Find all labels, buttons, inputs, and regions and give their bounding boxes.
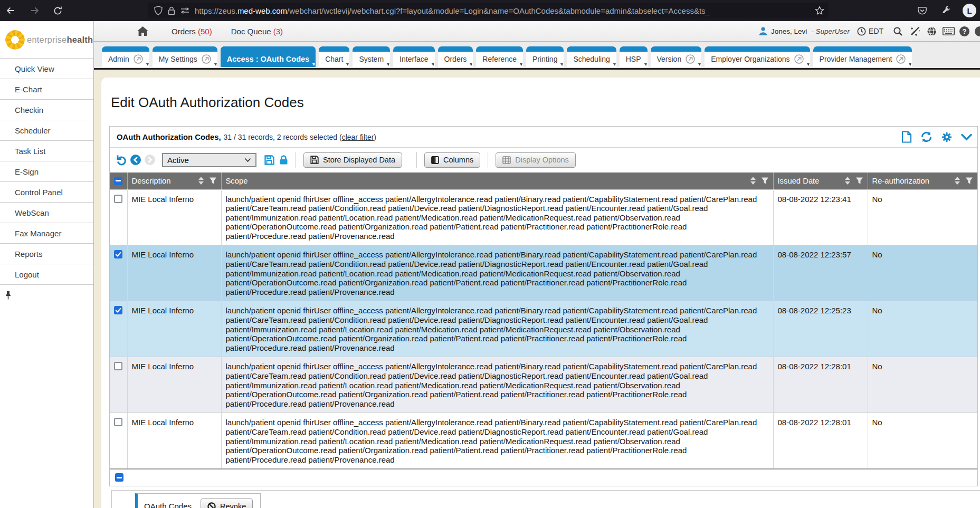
select-all-checkbox-footer[interactable]	[115, 473, 123, 482]
help-icon[interactable]: ?	[959, 26, 969, 36]
sidebar-item-scheduler[interactable]: Scheduler	[0, 120, 93, 140]
select-all-header[interactable]	[110, 172, 127, 189]
filter-icon[interactable]	[209, 177, 217, 185]
sidebar-item-fax-manager[interactable]: Fax Manager	[0, 223, 93, 243]
open-external-icon[interactable]	[686, 54, 695, 64]
sidebar-item-checkin[interactable]: Checkin	[0, 99, 93, 120]
search-icon[interactable]	[893, 26, 903, 36]
browser-forward-icon[interactable]	[28, 4, 41, 17]
row-checkbox[interactable]	[114, 195, 122, 203]
row-checkbox[interactable]	[114, 250, 122, 258]
tab-version[interactable]: Version	[651, 46, 702, 67]
store-displayed-data-button[interactable]: Store Displayed Data	[303, 152, 402, 168]
partial-icon[interactable]	[975, 26, 980, 36]
browser-profile-avatar[interactable]: L	[963, 4, 976, 17]
col-issued-date[interactable]: Issued Date	[773, 172, 868, 189]
home-icon[interactable]	[137, 26, 148, 36]
lock-filter-icon[interactable]	[279, 155, 288, 165]
sidebar-item-quick-view[interactable]: Quick View	[0, 58, 93, 79]
table-row[interactable]: MIE Local Inferno launch/patient openid …	[110, 413, 977, 468]
permissions-icon[interactable]	[180, 7, 189, 14]
sidebar-item-e-sign[interactable]: E-Sign	[0, 161, 93, 181]
row-select-cell[interactable]	[110, 413, 127, 468]
open-external-icon[interactable]	[202, 54, 211, 64]
row-select-cell[interactable]	[110, 189, 127, 245]
keyboard-icon[interactable]	[943, 27, 955, 35]
user-name[interactable]: Jones, Levi	[771, 27, 807, 35]
tab-hsp[interactable]: HSP	[620, 46, 648, 67]
url-bar[interactable]: https://zeus.med-web.com/webchart/wctlev…	[148, 3, 829, 18]
clear-filter-link[interactable]: clear filter	[342, 133, 374, 141]
refresh-grid-icon[interactable]	[920, 131, 933, 142]
tab-employer-organizations[interactable]: Employer Organizations	[705, 46, 810, 67]
new-document-icon[interactable]	[901, 131, 912, 143]
table-row[interactable]: MIE Local Inferno launch/patient openid …	[110, 189, 977, 245]
browser-back-icon[interactable]	[4, 4, 17, 17]
doc-queue-link[interactable]: Doc Queue (3)	[231, 27, 283, 36]
tab-printing[interactable]: Printing	[526, 46, 564, 67]
status-filter-select[interactable]: Active	[162, 153, 256, 167]
sort-icon[interactable]	[750, 177, 756, 185]
sidebar-item-webscan[interactable]: WebScan	[0, 202, 93, 223]
tab-provider-management[interactable]: Provider Management	[813, 46, 912, 67]
sidebar-item-task-list[interactable]: Task List	[0, 140, 93, 161]
prev-page-icon[interactable]	[130, 155, 141, 165]
open-external-icon[interactable]	[794, 54, 804, 64]
tab-system[interactable]: System	[353, 46, 390, 67]
row-select-cell[interactable]	[110, 357, 127, 413]
sidebar-item-reports[interactable]: Reports	[0, 243, 93, 264]
col-description[interactable]: Description	[127, 172, 221, 189]
tab-interface[interactable]: Interface	[393, 46, 434, 67]
row-select-cell[interactable]	[110, 245, 127, 301]
table-row[interactable]: MIE Local Inferno launch/patient openid …	[110, 357, 977, 413]
clock-icon[interactable]	[857, 27, 866, 36]
tab-access-oauth-codes[interactable]: Access : OAuth Codes	[221, 46, 316, 67]
sidebar-item-e-chart[interactable]: E-Chart	[0, 79, 93, 99]
sidebar-item-logout[interactable]: Logout	[0, 264, 93, 284]
bookmark-star-icon[interactable]	[815, 6, 824, 15]
browser-refresh-icon[interactable]	[51, 4, 64, 17]
row-checkbox[interactable]	[114, 418, 122, 426]
table-row[interactable]: MIE Local Inferno launch/patient openid …	[110, 301, 977, 357]
sort-icon[interactable]	[955, 177, 960, 185]
orders-link[interactable]: Orders (50)	[172, 27, 212, 36]
undo-icon[interactable]	[116, 154, 127, 166]
open-external-icon[interactable]	[134, 54, 143, 64]
globe-icon[interactable]	[927, 26, 937, 36]
gear-icon[interactable]	[941, 131, 953, 143]
magic-wand-icon[interactable]	[910, 26, 920, 36]
filter-icon[interactable]	[855, 177, 863, 185]
collapse-chevron-icon[interactable]	[961, 133, 972, 141]
lock-icon[interactable]	[168, 6, 175, 15]
wrench-icon[interactable]	[940, 4, 953, 17]
tab-admin[interactable]: Admin	[102, 46, 149, 67]
tab-chart[interactable]: Chart	[319, 46, 349, 67]
filter-icon[interactable]	[965, 177, 973, 185]
next-page-icon[interactable]	[145, 155, 155, 165]
col-reauthorization[interactable]: Re-authorization	[868, 172, 977, 189]
tab-scheduling[interactable]: Scheduling	[567, 46, 616, 67]
row-checkbox[interactable]	[114, 362, 122, 370]
shield-icon[interactable]	[154, 6, 163, 15]
columns-button[interactable]: Columns	[424, 152, 480, 168]
oauth-codes-tab[interactable]: OAuth Codes Revoke	[135, 493, 261, 508]
row-scope: launch/patient openid fhirUser offline_a…	[221, 301, 773, 357]
revoke-button[interactable]: Revoke	[201, 499, 253, 508]
pocket-icon[interactable]	[916, 4, 928, 17]
row-select-cell[interactable]	[110, 301, 127, 357]
tab-my-settings[interactable]: My Settings	[153, 46, 217, 67]
table-row[interactable]: MIE Local Inferno launch/patient openid …	[110, 245, 977, 301]
select-all-checkbox[interactable]	[114, 177, 122, 185]
tab-reference[interactable]: Reference	[476, 46, 523, 67]
row-checkbox[interactable]	[114, 306, 122, 314]
col-scope[interactable]: Scope	[221, 172, 773, 189]
sidebar-pin[interactable]	[0, 284, 93, 305]
filter-icon[interactable]	[761, 177, 769, 185]
sort-icon[interactable]	[845, 177, 850, 185]
open-external-icon[interactable]	[896, 54, 906, 64]
tab-orders[interactable]: Orders	[438, 46, 473, 67]
sort-icon[interactable]	[198, 177, 204, 185]
display-options-button[interactable]: Display Options	[496, 152, 576, 168]
sidebar-item-control-panel[interactable]: Control Panel	[0, 181, 93, 202]
save-filter-icon[interactable]	[264, 155, 274, 165]
